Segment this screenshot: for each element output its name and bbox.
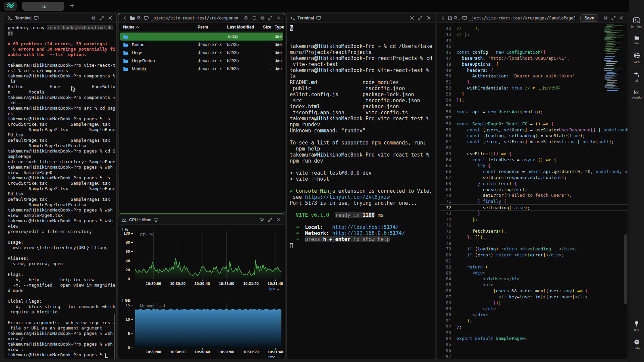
x-tick-label: 10:31:00: [219, 350, 234, 354]
chart-icon: [122, 218, 127, 222]
file-modified: 5/2/25: [227, 50, 259, 55]
code-line: 49 headers: {: [440, 67, 628, 73]
sidebar-item-terminal[interactable]: terminal: [629, 17, 644, 28]
close-icon[interactable]: [107, 15, 113, 21]
line-number: 53: [440, 91, 451, 97]
sidebar-item-files[interactable]: files: [629, 36, 644, 45]
expand-icon[interactable]: [99, 15, 105, 21]
expand-icon[interactable]: [268, 15, 273, 21]
column-type[interactable]: Type: [275, 25, 285, 29]
expand-icon[interactable]: [611, 15, 616, 21]
file-size: -: [259, 34, 275, 39]
terminal-line: es: [8, 111, 115, 116]
column-name[interactable]: Name: [123, 25, 198, 29]
terminal-line: takemura@HibikinoMacBook-Pro components …: [8, 95, 115, 100]
sidebar-item-sysinfo[interactable]: sysinfo: [629, 90, 644, 99]
code-line: 50 Authorization: 'Bearer your-auth-toke…: [440, 73, 628, 79]
code-line: 81: [440, 258, 628, 264]
sidebar-item-tips[interactable]: tips: [629, 321, 644, 332]
code-line: 96: [440, 348, 628, 354]
pane-title: Terminal: [15, 16, 32, 20]
sidebar-item-help[interactable]: ?help: [629, 339, 644, 350]
code-line: 83 <div>: [440, 270, 628, 276]
editor-minimap[interactable]: [603, 24, 624, 94]
terminal-line: SamplePage2.tsx SamplePage: [8, 186, 115, 191]
eye-icon[interactable]: [243, 15, 249, 21]
terminal-line: Pd.tsx: [8, 132, 115, 138]
y-tick-label: 100 –: [118, 231, 133, 235]
sidebar-item-web[interactable]: web: [629, 52, 644, 64]
code-line: 63 useEffect(() => {: [440, 151, 628, 157]
gear-icon[interactable]: [409, 15, 415, 21]
terminal-line: VITE v6.1.0 ready in 1108 ms: [290, 212, 434, 218]
path-breadcrumb[interactable]: _jects/vite-react-test/src/pages/SampleP…: [469, 16, 575, 20]
terminal-line: Error: no arguments. wsh view requires a: [8, 320, 115, 325]
code-line: 84 <h1>Users</h1>: [440, 276, 628, 282]
terminal-line: Aliases:: [8, 256, 115, 261]
line-number: 49: [440, 67, 451, 73]
column-size[interactable]: Size: [259, 25, 275, 29]
terminal-output[interactable]: % takemura@HibikinoMacBook-Pro ~ % cd /U…: [287, 23, 435, 359]
expand-icon[interactable]: [417, 15, 423, 21]
terminal-line: [8, 250, 115, 256]
gear-icon[interactable]: [259, 217, 265, 223]
terminal-line: ls: [8, 79, 115, 84]
line-number: 77: [440, 234, 451, 240]
save-button[interactable]: Save: [580, 14, 598, 22]
path-breadcrumb[interactable]: _ojects/vite-react-test/src/components: [151, 16, 238, 20]
mem-axis-label: ↑ GB: [122, 298, 130, 302]
code-line: 71 } finally {: [440, 198, 628, 204]
folder-icon: [123, 59, 132, 63]
code-line: 95: [440, 342, 628, 348]
close-icon[interactable]: [275, 217, 281, 223]
terminal-line: src tsconfig.node.json: [290, 98, 434, 104]
app-logo-button[interactable]: [4, 2, 17, 11]
close-icon[interactable]: [276, 15, 281, 21]
terminal-line: CrowdStrike.tsx SamplePage0.tsx: [8, 181, 115, 186]
file-row[interactable]: Modalsdrwxr-xr-x5/9/25-dire: [118, 65, 285, 73]
close-icon[interactable]: [426, 15, 432, 21]
file-row[interactable]: HogeButtondrwxr-xr-x5/2/25-dire: [118, 57, 285, 65]
code-editor[interactable]: 42// );43// };444546const config = new C…: [437, 23, 628, 359]
code-line: 74 };: [440, 217, 628, 223]
terminal-line: [8, 293, 115, 299]
file-icon: [448, 16, 452, 20]
terminal-line: SamplePageIrealPro.tsx: [8, 202, 115, 207]
sidebar-item-ai[interactable]: ai: [629, 71, 644, 82]
terminal-line: view .: [8, 347, 115, 352]
column-modified[interactable]: Last Modified: [227, 25, 259, 29]
file-row[interactable]: Hogedrwxr-xr-x5/2/25-dire: [118, 49, 285, 57]
terminal-output[interactable]: pendency array react-hooks/exhaustive-de…: [4, 23, 116, 359]
terminal-line: view SamplePage0.tsx: [8, 213, 115, 218]
refresh-icon[interactable]: [252, 15, 257, 21]
left-terminal-header: Terminal: [4, 13, 116, 23]
x-tick-label: 10:30:00: [146, 282, 161, 286]
terminal-line: %: [290, 25, 434, 31]
column-perm[interactable]: Perm: [198, 25, 227, 29]
x-tick-label: 10:31:00: [219, 282, 234, 286]
editor-scrollbar[interactable]: [624, 234, 627, 304]
mouse-cursor: [71, 86, 76, 94]
gear-icon[interactable]: [260, 15, 265, 21]
terminal-scrollbar[interactable]: [114, 314, 115, 359]
file-row[interactable]: Buttondrwxr-xr-x5/7/25-dire: [118, 41, 285, 49]
file-perm: drwxr-xr-x: [198, 66, 227, 71]
code-line: 87 <li key={user.id}>{user.name}</li>: [440, 294, 628, 300]
new-tab-button[interactable]: [67, 2, 77, 11]
file-name: Hoge: [132, 50, 198, 55]
gear-icon[interactable]: [603, 15, 608, 21]
terminal-line: npm rundev: [290, 122, 434, 128]
back-icon[interactable]: [440, 15, 446, 21]
line-number: 57: [440, 115, 451, 121]
sidebar-item-label: files: [634, 41, 640, 45]
back-icon[interactable]: [122, 15, 127, 21]
monitor-icon: [144, 16, 149, 20]
terminal-line: ✖ 63 problems (24 errors, 39 warnings): [8, 41, 115, 47]
expand-icon[interactable]: [267, 217, 273, 223]
gear-icon[interactable]: [90, 15, 96, 21]
close-icon[interactable]: [619, 15, 624, 21]
file-row[interactable]: ..Today-dire: [120, 33, 283, 41]
monitor-icon: [154, 218, 158, 222]
line-number: 90: [440, 312, 451, 318]
tab-t1[interactable]: T1: [22, 2, 64, 11]
